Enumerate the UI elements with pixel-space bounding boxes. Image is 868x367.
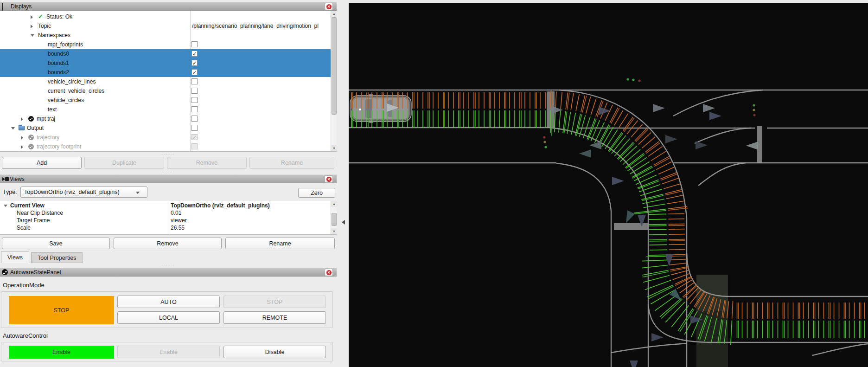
- autoware-panel-header[interactable]: AutowareStatePanel ✕: [0, 268, 337, 277]
- tree-row-trajectory-footprint[interactable]: trajectory footprint: [0, 142, 329, 151]
- views-tree[interactable]: Current ViewTopDownOrtho (rviz_default_p…: [0, 201, 337, 235]
- view-prop-value[interactable]: viewer: [171, 217, 328, 224]
- visibility-checkbox[interactable]: ✓: [191, 134, 198, 140]
- local-button[interactable]: LOCAL: [117, 311, 220, 324]
- collapsed-arrow-icon[interactable]: [31, 15, 33, 19]
- traffic-light-dot: [543, 136, 545, 138]
- scrollbar-thumb[interactable]: [332, 17, 337, 115]
- visibility-checkbox[interactable]: ✓: [191, 69, 198, 75]
- collapsed-arrow-icon[interactable]: [21, 136, 23, 140]
- view-type-combobox[interactable]: TopDownOrtho (rviz_default_plugins): [20, 187, 147, 198]
- traffic-light-dot: [626, 78, 629, 80]
- expanded-arrow-icon[interactable]: [4, 205, 7, 207]
- auto-button[interactable]: AUTO: [117, 296, 220, 308]
- splitter-handle[interactable]: ······: [0, 153, 337, 156]
- views-panel: Views ✕ Type: TopDownOrtho (rviz_default…: [0, 174, 337, 250]
- tree-row-mpt-traj[interactable]: mpt traj: [0, 114, 329, 123]
- displays-close-button[interactable]: ✕: [325, 3, 333, 10]
- tab-tool-properties[interactable]: Tool Properties: [31, 252, 83, 263]
- remote-button[interactable]: REMOTE: [223, 311, 326, 324]
- visibility-checkbox[interactable]: [191, 106, 198, 112]
- visibility-checkbox[interactable]: [191, 143, 198, 149]
- visibility-checkbox[interactable]: ✓: [191, 60, 198, 66]
- collapsed-arrow-icon[interactable]: [31, 25, 33, 28]
- duplicate-button[interactable]: Duplicate: [84, 157, 164, 169]
- save-button[interactable]: Save: [2, 238, 110, 249]
- splitter-handle[interactable]: ······: [0, 170, 337, 173]
- expanded-arrow-icon[interactable]: [11, 127, 15, 129]
- view-prop-value[interactable]: 0.01: [171, 209, 328, 217]
- visibility-checkbox[interactable]: [191, 116, 198, 122]
- tree-row-topic[interactable]: Topic/planning/scenario_planning/lane_dr…: [0, 21, 329, 31]
- views-panel-header[interactable]: Views ✕: [0, 174, 337, 183]
- scroll-up-icon[interactable]: ▲: [331, 201, 337, 207]
- panel-collapse-arrow-icon[interactable]: [342, 220, 345, 225]
- tree-row-label: Topic: [38, 21, 51, 31]
- tab-views[interactable]: Views: [1, 251, 29, 263]
- scroll-down-icon[interactable]: ▼: [331, 145, 337, 151]
- displays-panel: Displays ✕ ✓Status: OkTopic/planning/sce…: [0, 2, 337, 173]
- expanded-arrow-icon[interactable]: [31, 34, 34, 37]
- 3d-viewport[interactable]: [349, 3, 868, 367]
- displays-icon: [2, 4, 8, 9]
- scroll-down-icon[interactable]: ▼: [331, 228, 337, 234]
- trajectory-left-bound-tick: [669, 239, 685, 240]
- control-enable-indicator[interactable]: Enable: [9, 346, 114, 359]
- tree-row-value[interactable]: /planning/scenario_planning/lane_driving…: [192, 21, 328, 31]
- trajectory-right-bound-tick: [649, 224, 667, 225]
- visibility-checkbox[interactable]: [191, 125, 198, 131]
- operation-mode-stop-indicator[interactable]: STOP: [9, 296, 114, 324]
- trajectory-left-bound-tick: [668, 219, 684, 219]
- tree-row-trajectory[interactable]: trajectory✓: [0, 133, 329, 142]
- visibility-checkbox[interactable]: [191, 78, 198, 84]
- rename-button[interactable]: Rename: [249, 157, 334, 169]
- tree-row-namespaces[interactable]: Namespaces: [0, 31, 329, 40]
- displays-panel-header[interactable]: Displays ✕: [0, 2, 337, 11]
- view-prop-value[interactable]: 26.55: [171, 224, 328, 232]
- tree-row-status-ok[interactable]: ✓Status: Ok: [0, 12, 329, 21]
- view-prop-row-current-view[interactable]: Current ViewTopDownOrtho (rviz_default_p…: [0, 202, 329, 209]
- collapsed-arrow-icon[interactable]: [21, 117, 23, 121]
- rename-button[interactable]: Rename: [225, 238, 335, 249]
- zero-button[interactable]: Zero: [298, 188, 335, 198]
- tree-row-mpt-footprints[interactable]: mpt_footprints: [0, 40, 329, 49]
- scroll-up-icon[interactable]: ▲: [331, 11, 337, 17]
- tree-row-bounds2[interactable]: bounds2✓: [0, 68, 331, 77]
- tree-row-text[interactable]: text: [0, 105, 329, 114]
- tree-row-label: Status: Ok: [46, 12, 72, 21]
- add-button[interactable]: Add: [2, 157, 82, 169]
- tree-row-bounds1[interactable]: bounds1✓: [0, 58, 331, 68]
- views-close-button[interactable]: ✕: [325, 175, 333, 183]
- displays-tree[interactable]: ✓Status: OkTopic/planning/scenario_plann…: [0, 11, 337, 152]
- trajectory-right-bound-tick: [646, 256, 667, 257]
- ego-vehicle-mirror: [369, 121, 373, 123]
- trajectory-left-bound-tick: [669, 241, 685, 241]
- tree-row-output[interactable]: Output: [0, 123, 329, 133]
- tree-row-vehicle-circles[interactable]: vehicle_circles: [0, 96, 329, 105]
- scrollbar-thumb[interactable]: [332, 213, 337, 226]
- trajectory-right-bound-tick: [649, 229, 667, 230]
- visibility-checkbox[interactable]: ✓: [191, 51, 198, 57]
- tree-row-label: mpt_footprints: [48, 40, 83, 49]
- disable-button[interactable]: Disable: [223, 346, 326, 358]
- view-prop-row-target-frame[interactable]: Target Frameviewer: [0, 217, 329, 224]
- collapsed-arrow-icon[interactable]: [21, 145, 23, 149]
- visibility-checkbox[interactable]: [191, 41, 198, 47]
- view-prop-row-scale[interactable]: Scale26.55: [0, 224, 329, 232]
- remove-button[interactable]: Remove: [114, 238, 222, 249]
- traffic-light-dot: [632, 78, 634, 81]
- splitter-handle[interactable]: ······: [0, 264, 337, 267]
- enable-button[interactable]: Enable: [117, 346, 220, 358]
- view-prop-value[interactable]: TopDownOrtho (rviz_default_plugins): [171, 202, 328, 209]
- view-prop-row-near-clip-distance[interactable]: Near Clip Distance0.01: [0, 209, 329, 217]
- stop-button[interactable]: STOP: [223, 296, 326, 308]
- autoware-close-button[interactable]: ✕: [325, 269, 333, 276]
- remove-button[interactable]: Remove: [167, 157, 247, 169]
- views-tree-scrollbar[interactable]: ▲ ▼: [331, 201, 337, 234]
- visibility-checkbox[interactable]: [191, 88, 198, 94]
- tree-row-bounds0[interactable]: bounds0✓: [0, 49, 331, 58]
- tree-row-vehicle-circle-lines[interactable]: vehicle_circle_lines: [0, 77, 329, 86]
- displays-tree-scrollbar[interactable]: ▲ ▼: [331, 11, 337, 151]
- tree-row-current-vehicle-circles[interactable]: current_vehicle_circles: [0, 86, 329, 96]
- visibility-checkbox[interactable]: [191, 97, 198, 103]
